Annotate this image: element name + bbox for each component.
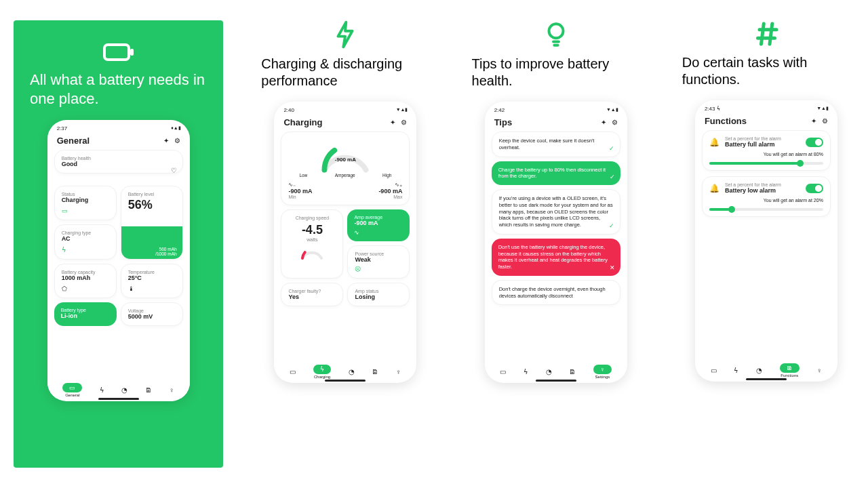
status-icons: ▼ ▲ ▮: [816, 106, 828, 112]
card-battery-level[interactable]: Battery level 56% 560 mAh /1000 mAh: [121, 186, 183, 260]
nav-general-icon[interactable]: ▭: [290, 368, 296, 375]
tip-card-active[interactable]: Charge the battery up to 80% then discon…: [492, 161, 620, 186]
nav-charging-icon[interactable]: ϟ: [524, 368, 528, 375]
nav-functions[interactable]: 🗎Functions: [780, 363, 800, 378]
svg-rect-0: [104, 45, 129, 60]
bottom-nav: ▭ ϟ ◔ 🗎 ♀Settings: [485, 362, 627, 380]
tip-text: Don't charge the device overnight, even …: [499, 286, 606, 299]
label: Amp average: [354, 215, 403, 220]
card-battery-full-alarm[interactable]: 🔔 Set a percent for the alarm Battery fu…: [702, 130, 831, 171]
check-icon: ✓: [609, 222, 614, 230]
min-lbl: Min: [288, 195, 312, 199]
nav-history-icon[interactable]: ◔: [756, 367, 762, 374]
value: 5000 mV: [128, 313, 176, 320]
sub-label: Set a percent for the alarm: [725, 136, 800, 141]
close-icon: ✕: [610, 264, 615, 272]
card-capacity[interactable]: Battery capacity 1000 mAh ⬠: [54, 264, 117, 298]
card-temperature[interactable]: Temperature 25°C 🌡: [121, 264, 183, 298]
gauge-low: Low: [299, 173, 307, 178]
value: -900 mA: [354, 220, 403, 226]
nav-tips-icon[interactable]: ♀: [169, 386, 174, 394]
nav-general[interactable]: ▭General: [62, 383, 82, 397]
card-amperage-gauge[interactable]: -900 mA LowAmperageHigh ∿₋-900 mAMin ∿₊-…: [281, 131, 410, 205]
tip-text: Don't use the battery while charging the…: [498, 244, 608, 270]
value: Li-ion: [61, 312, 110, 319]
nav-charging[interactable]: ϟCharging: [313, 365, 331, 379]
tip-card[interactable]: Keep the device cool, make sure it doesn…: [492, 131, 620, 157]
sparkle-icon[interactable]: ✦: [601, 119, 606, 126]
bell-icon: 🔔: [709, 184, 719, 193]
card-amp-average[interactable]: Amp average -900 mA ∿: [347, 209, 410, 241]
label: Charging speed: [288, 216, 336, 220]
gauge-unit: Amperage: [335, 173, 355, 178]
status-icons: ▼ ▲ ▮: [396, 107, 408, 113]
sparkle-icon[interactable]: ✦: [163, 137, 169, 144]
promo-general: All what a battery needs in one place. 2…: [14, 20, 223, 468]
percent-slider[interactable]: [709, 162, 823, 165]
nav-history-icon[interactable]: ◔: [121, 386, 127, 394]
title: Battery low alarm: [725, 187, 800, 194]
label: Battery health: [62, 156, 176, 161]
min-val: -900 mA: [288, 188, 312, 195]
max-icon: ∿₊: [378, 182, 402, 188]
title: Battery full alarm: [725, 141, 800, 148]
bottom-nav: ▭ ϟCharging ◔ 🗎 ♀: [274, 362, 416, 380]
card-charging-type[interactable]: Charging type AC ϟ: [54, 224, 117, 260]
card-power-source[interactable]: Power source Weak ☹: [347, 245, 410, 279]
nav-charging-icon[interactable]: ϟ: [100, 386, 104, 394]
gear-icon[interactable]: ⚙: [612, 119, 618, 126]
screen-header: Charging ✦⚙: [274, 115, 416, 131]
tip-text: If you're using a device with a OLED scr…: [499, 195, 613, 228]
nav-general-icon[interactable]: ▭: [711, 367, 717, 374]
bottom-nav: ▭General ϟ ◔ 🗎 ♀: [47, 380, 190, 399]
tip-card-warning[interactable]: Don't use the battery while charging the…: [492, 239, 620, 276]
card-charger-faulty[interactable]: Charger faulty? Yes: [281, 283, 343, 306]
nav-charging-icon[interactable]: ϟ: [734, 367, 738, 374]
card-status[interactable]: Status Charging ▭: [54, 186, 117, 220]
label: Voltage: [128, 308, 176, 313]
card-battery-health[interactable]: Battery health Good ♡: [54, 150, 183, 174]
tip-card[interactable]: Don't charge the device overnight, even …: [492, 280, 620, 306]
phone-tips: 2:42▼ ▲ ▮ Tips ✦⚙ Keep the device cool, …: [485, 102, 627, 383]
gear-icon[interactable]: ⚙: [401, 119, 407, 126]
label: Power source: [355, 251, 402, 256]
card-charging-speed[interactable]: Charging speed -4.5 watts: [281, 209, 343, 279]
screen-header: General ✦⚙: [47, 133, 190, 150]
battery-small-icon: ▭: [62, 207, 109, 214]
card-battery-low-alarm[interactable]: 🔔 Set a percent for the alarm Battery lo…: [702, 176, 831, 217]
promo-headline: Charging & discharging performance: [257, 56, 433, 89]
phone-functions: 2:43 ϟ▼ ▲ ▮ Functions ✦⚙ 🔔 Set a percent…: [695, 100, 837, 382]
card-voltage[interactable]: Voltage 5000 mV: [121, 302, 183, 326]
nav-tips-icon[interactable]: ♀: [396, 368, 401, 375]
sparkle-icon[interactable]: ✦: [390, 119, 395, 126]
nav-file-icon[interactable]: 🗎: [372, 368, 378, 375]
toggle-switch[interactable]: [806, 184, 823, 193]
status-time: 2:40: [283, 107, 294, 113]
tip-card[interactable]: If you're using a device with a OLED scr…: [492, 189, 620, 235]
bell-icon: 🔔: [709, 138, 719, 147]
thermometer-icon: 🌡: [128, 285, 176, 292]
toggle-switch[interactable]: [806, 138, 823, 147]
gear-icon[interactable]: ⚙: [822, 117, 828, 125]
nav-history-icon[interactable]: ◔: [546, 368, 552, 375]
nav-tips-icon[interactable]: ♀: [816, 367, 822, 374]
card-amp-status[interactable]: Amp status Losing: [347, 283, 410, 306]
gauge-high: High: [382, 173, 391, 178]
nav-file-icon[interactable]: 🗎: [145, 386, 152, 394]
heart-icon[interactable]: ♡: [171, 167, 177, 174]
nav-history-icon[interactable]: ◔: [349, 368, 355, 375]
promo-tips: Tips to improve battery health. 2:42▼ ▲ …: [468, 20, 644, 468]
status-time: 2:37: [57, 125, 68, 131]
label: Charging type: [62, 230, 109, 235]
statusbar: 2:42▼ ▲ ▮: [485, 102, 627, 115]
sparkle-icon[interactable]: ✦: [811, 117, 816, 125]
nav-file-icon[interactable]: 🗎: [569, 368, 576, 375]
gear-icon[interactable]: ⚙: [174, 137, 180, 144]
percent-slider[interactable]: [709, 208, 823, 211]
bolt-icon: [333, 20, 357, 49]
value: 25°C: [128, 274, 176, 281]
promo-charging: Charging & discharging performance 2:40▼…: [257, 20, 433, 468]
nav-settings[interactable]: ♀Settings: [593, 365, 612, 379]
nav-general-icon[interactable]: ▭: [500, 368, 506, 375]
card-battery-type[interactable]: Battery type Li-ion: [54, 302, 117, 326]
